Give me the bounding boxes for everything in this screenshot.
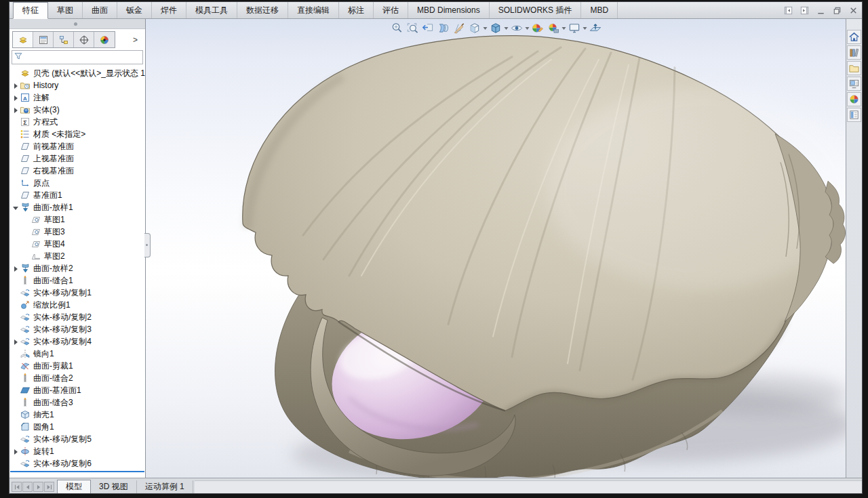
tree-item-草图2[interactable]: 草图2 <box>9 250 145 262</box>
tree-item-材质 <未指定>[interactable]: 材质 <未指定> <box>9 128 145 140</box>
tree-item-草图4[interactable]: 草图4 <box>9 238 145 250</box>
expand-arrow-down[interactable] <box>12 204 20 211</box>
study-tab-模型[interactable]: 模型 <box>57 480 91 493</box>
tree-item-方程式[interactable]: Σ方程式 <box>9 116 145 128</box>
manager-tab-property-manager[interactable] <box>33 32 54 47</box>
study-tab-运动算例 1[interactable]: 运动算例 1 <box>137 480 193 493</box>
tree-item-原点[interactable]: 原点 <box>9 177 145 189</box>
hide-show-dropdown-arrow[interactable] <box>525 21 530 35</box>
pane-right-button[interactable] <box>799 5 810 16</box>
display-style-button[interactable] <box>488 21 503 35</box>
tree-item-实体(3)[interactable]: 实体(3) <box>9 104 145 116</box>
tree-item-右视基准面[interactable]: 右视基准面 <box>9 165 145 177</box>
ribbon-tab-钣金[interactable]: 钣金 <box>117 2 152 18</box>
tree-item-曲面-剪裁1[interactable]: 曲面-剪裁1 <box>9 360 145 372</box>
taskpane-file-explorer-button[interactable] <box>847 61 861 75</box>
tree-item-实体-移动/复制2[interactable]: 实体-移动/复制2 <box>9 311 145 323</box>
shell-model-3d[interactable] <box>146 19 846 478</box>
study-tab-3D 视图[interactable]: 3D 视图 <box>91 480 137 493</box>
ribbon-tab-MBD[interactable]: MBD <box>581 2 618 18</box>
view-orientation-dropdown-arrow[interactable] <box>483 21 488 35</box>
display-style-dropdown-arrow[interactable] <box>504 21 509 35</box>
commandmanager-collapsed-strip[interactable] <box>9 19 145 29</box>
tree-item-曲面-放样2[interactable]: 曲面-放样2 <box>9 262 145 274</box>
ribbon-tab-SOLIDWORKS 插件[interactable]: SOLIDWORKS 插件 <box>490 2 582 18</box>
taskpane-custom-properties-button[interactable] <box>847 108 861 122</box>
taskpane-home-button[interactable] <box>847 30 861 44</box>
annotation-brush-button[interactable] <box>452 21 467 35</box>
tree-item-基准面1[interactable]: 基准面1 <box>9 189 145 201</box>
section-view-button[interactable] <box>436 21 451 35</box>
close-button[interactable] <box>848 5 859 16</box>
view-settings-dropdown-arrow[interactable] <box>583 21 587 35</box>
tree-item-草图1[interactable]: 草图1 <box>9 213 145 226</box>
ribbon-tab-MBD Dimensions[interactable]: MBD Dimensions <box>408 2 490 18</box>
tree-item-注解[interactable]: A注解 <box>9 91 145 104</box>
tree-item-前视基准面[interactable]: 前视基准面 <box>9 140 145 152</box>
rollback-bar[interactable] <box>10 471 144 472</box>
tree-item-缩放比例1[interactable]: 缩放比例1 <box>9 299 145 311</box>
expand-arrow-right[interactable] <box>12 82 20 89</box>
tree-item-曲面-缝合1[interactable]: 曲面-缝合1 <box>9 274 145 287</box>
tree-item-圆角1[interactable]: 圆角1 <box>9 421 145 433</box>
expand-arrow-right[interactable] <box>12 265 20 272</box>
ribbon-tab-特征[interactable]: 特征 <box>13 2 48 19</box>
taskpane-design-library-button[interactable] <box>847 45 861 60</box>
ribbon-tab-模具工具[interactable]: 模具工具 <box>186 2 237 18</box>
ribbon-tab-直接编辑[interactable]: 直接编辑 <box>288 2 339 18</box>
nav-first-button[interactable] <box>12 482 22 492</box>
tree-item-实体-移动/复制1[interactable]: 实体-移动/复制1 <box>9 287 145 299</box>
tree-item-曲面-放样1[interactable]: 曲面-放样1 <box>9 201 145 213</box>
zoom-fit-button[interactable] <box>389 21 404 35</box>
taskpane-view-palette-button[interactable] <box>847 77 861 91</box>
graphics-viewport[interactable] <box>146 19 846 478</box>
manager-tab-display-manager[interactable] <box>94 32 115 47</box>
expand-arrow-right[interactable] <box>12 94 20 102</box>
panel-splitter-handle[interactable] <box>144 233 151 257</box>
ribbon-tab-数据迁移[interactable]: 数据迁移 <box>237 2 288 18</box>
pane-left-button[interactable] <box>783 5 794 16</box>
manager-tab-dimxpert-manager[interactable] <box>74 32 94 47</box>
tree-item-旋转1[interactable]: 旋转1 <box>9 445 145 457</box>
ribbon-tab-曲面[interactable]: 曲面 <box>83 2 117 18</box>
tree-item-草图3[interactable]: 草图3 <box>9 226 145 238</box>
nav-last-button[interactable] <box>44 482 54 492</box>
tree-item-上视基准面[interactable]: 上视基准面 <box>9 152 145 165</box>
edit-appearance-button[interactable] <box>530 21 545 35</box>
ribbon-tab-标注[interactable]: 标注 <box>339 2 374 18</box>
expand-arrow-right[interactable] <box>12 338 20 346</box>
previous-view-button[interactable] <box>420 21 435 35</box>
tree-item-曲面-缝合2[interactable]: 曲面-缝合2 <box>9 372 145 384</box>
tree-item-实体-移动/复制4[interactable]: 实体-移动/复制4 <box>9 335 145 348</box>
nav-prev-button[interactable] <box>22 482 33 492</box>
view-orientation-button[interactable] <box>467 21 482 35</box>
apply-scene-button[interactable] <box>546 21 561 35</box>
minimize-button[interactable] <box>815 5 827 16</box>
view-settings-button[interactable] <box>567 21 582 35</box>
strip-drag-dot[interactable] <box>74 22 77 26</box>
ribbon-tab-草图[interactable]: 草图 <box>48 2 83 18</box>
expand-arrow-right[interactable] <box>12 448 20 455</box>
manager-tab-configuration-manager[interactable] <box>54 32 74 47</box>
plane-arrow-button[interactable] <box>588 21 603 35</box>
panel-expand-chevron[interactable]: > <box>132 36 139 44</box>
zoom-area-button[interactable] <box>405 21 420 35</box>
restore-button[interactable] <box>831 5 843 16</box>
expand-arrow-right[interactable] <box>12 106 20 114</box>
filter-input[interactable] <box>25 51 142 63</box>
tree-item-实体-移动/复制5[interactable]: 实体-移动/复制5 <box>9 433 145 445</box>
tree-item-抽壳1[interactable]: 抽壳1 <box>9 409 145 421</box>
feature-tree-filter[interactable] <box>12 50 143 64</box>
tree-root-item[interactable]: 贝壳 (默认<<默认>_显示状态 1>) <box>9 67 145 79</box>
tree-item-曲面-基准面1[interactable]: 曲面-基准面1 <box>9 384 145 396</box>
manager-tab-feature-manager[interactable] <box>13 32 33 47</box>
apply-scene-dropdown-arrow[interactable] <box>561 21 566 35</box>
tree-item-History[interactable]: History <box>9 79 145 91</box>
ribbon-tab-焊件[interactable]: 焊件 <box>152 2 186 18</box>
tree-item-镜向1[interactable]: 镜向1 <box>9 348 145 360</box>
tree-item-曲面-缝合3[interactable]: 曲面-缝合3 <box>9 396 145 409</box>
nav-next-button[interactable] <box>33 482 43 492</box>
tree-item-实体-移动/复制6[interactable]: 实体-移动/复制6 <box>9 457 145 470</box>
ribbon-tab-评估[interactable]: 评估 <box>374 2 408 18</box>
tree-item-实体-移动/复制3[interactable]: 实体-移动/复制3 <box>9 323 145 335</box>
